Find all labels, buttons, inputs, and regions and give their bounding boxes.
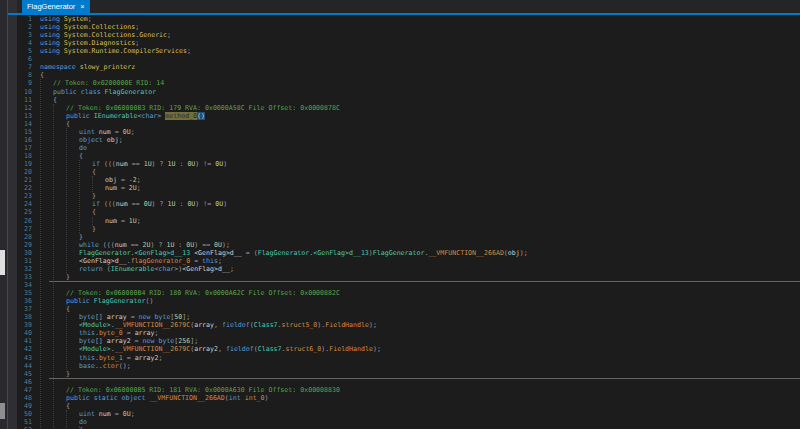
code-line[interactable]: 51do (17, 418, 800, 426)
code-line[interactable]: 26num = 1U; (17, 217, 800, 225)
panel-scrollbar-mark[interactable] (0, 403, 5, 419)
code-line[interactable]: 10public class FlagGenerator (17, 88, 800, 96)
code-line[interactable]: 23} (17, 192, 800, 200)
line-number[interactable]: 21 (17, 176, 32, 184)
line-number[interactable]: 15 (17, 128, 32, 136)
line-number[interactable]: 2 (17, 23, 32, 31)
line-number[interactable]: 10 (17, 88, 32, 96)
code-line[interactable]: 7namespace slowy_printerz (17, 63, 800, 71)
line-number[interactable]: 25 (17, 208, 32, 216)
code-line[interactable]: 48public static object __VMFUNCTION__266… (17, 394, 800, 402)
code-line[interactable]: 30FlagGenerator.<GenFlag>d__13 <GenFlag>… (17, 249, 800, 257)
line-number[interactable]: 49 (17, 402, 32, 410)
line-number[interactable]: 24 (17, 200, 32, 208)
line-number[interactable]: 22 (17, 184, 32, 192)
line-number[interactable]: 36 (17, 297, 32, 305)
code-line[interactable]: 8{ (17, 71, 800, 79)
line-number[interactable]: 38 (17, 313, 32, 321)
line-number[interactable]: 32 (17, 265, 32, 273)
line-number[interactable]: 17 (17, 144, 32, 152)
code-line[interactable]: 12// Token: 0x060000B3 RID: 179 RVA: 0x0… (17, 104, 800, 112)
line-number[interactable]: 16 (17, 136, 32, 144)
code-line[interactable]: 50uint num = 0U; (17, 410, 800, 418)
line-number[interactable]: 29 (17, 241, 32, 249)
code-line[interactable]: 36public FlagGenerator() (17, 297, 800, 305)
code-line[interactable]: 33} (17, 273, 800, 281)
code-line[interactable]: 28} (17, 233, 800, 241)
line-number[interactable]: 27 (17, 225, 32, 233)
code-line[interactable]: 32return (IEnumerable<char>)<GenFlag>d__… (17, 265, 800, 273)
line-number[interactable]: 20 (17, 168, 32, 176)
code-line[interactable]: 39<Module>.__VMFUNCTION__2679C(array, fi… (17, 321, 800, 329)
code-line[interactable]: 45} (17, 370, 800, 378)
code-line[interactable]: 43this.byte_1 = array2; (17, 354, 800, 362)
line-number[interactable]: 39 (17, 321, 32, 329)
line-number[interactable]: 47 (17, 386, 32, 394)
line-number[interactable]: 41 (17, 337, 32, 345)
line-number[interactable]: 18 (17, 152, 32, 160)
line-number[interactable]: 13 (17, 112, 32, 120)
line-number[interactable]: 50 (17, 410, 32, 418)
code-line[interactable]: 35// Token: 0x060000B4 RID: 180 RVA: 0x0… (17, 289, 800, 297)
code-line[interactable]: 22num = 2U; (17, 184, 800, 192)
code-line[interactable]: 47// Token: 0x060000B5 RID: 181 RVA: 0x0… (17, 386, 800, 394)
code-line[interactable]: 9// Token: 0x0200000E RID: 14 (17, 79, 800, 87)
code-line[interactable]: 19if (((num == 1U) ? 1U : 0U) != 0U) (17, 160, 800, 168)
code-line[interactable]: 29while (((num == 2U) ? 1U : 0U) == 0U); (17, 241, 800, 249)
line-number[interactable]: 40 (17, 329, 32, 337)
code-line[interactable]: 49{ (17, 402, 800, 410)
code-line[interactable]: 14{ (17, 120, 800, 128)
code-line[interactable]: 24if (((num == 0U) ? 1U : 0U) != 0U) (17, 200, 800, 208)
line-number[interactable]: 19 (17, 160, 32, 168)
line-number[interactable]: 37 (17, 305, 32, 313)
line-number[interactable]: 51 (17, 418, 32, 426)
line-number[interactable]: 43 (17, 354, 32, 362)
code-line[interactable]: 18{ (17, 152, 800, 160)
highlighted-identifier-method_0[interactable]: method_0 (165, 112, 197, 120)
line-number[interactable]: 28 (17, 233, 32, 241)
line-number[interactable]: 8 (17, 71, 32, 79)
line-number[interactable]: 44 (17, 362, 32, 370)
line-number[interactable]: 6 (17, 55, 32, 63)
code-line[interactable]: 31<GenFlag>d__.flagGenerator_0 = this; (17, 257, 800, 265)
code-line[interactable]: 27} (17, 225, 800, 233)
line-number[interactable]: 46 (17, 378, 32, 386)
line-number[interactable]: 23 (17, 192, 32, 200)
code-line[interactable]: 41byte[] array2 = new byte[256]; (17, 337, 800, 345)
code-editor[interactable]: 1using System;2using System.Collections;… (17, 15, 800, 429)
tab-flaggenerator[interactable]: FlagGenerator × (22, 0, 90, 13)
line-number[interactable]: 12 (17, 104, 32, 112)
code-line[interactable]: 40this.byte_0 = array; (17, 329, 800, 337)
line-number[interactable]: 7 (17, 63, 32, 71)
code-line[interactable]: 15uint num = 0U; (17, 128, 800, 136)
code-line[interactable]: 6 (17, 55, 800, 63)
code-line[interactable]: 46 (17, 378, 800, 386)
code-line[interactable]: 17do (17, 144, 800, 152)
code-line[interactable]: 1using System; (17, 15, 800, 23)
line-number[interactable]: 42 (17, 345, 32, 353)
code-line[interactable]: 2using System.Collections; (17, 23, 800, 31)
line-number[interactable]: 11 (17, 96, 32, 104)
line-number[interactable]: 26 (17, 217, 32, 225)
line-number[interactable]: 33 (17, 273, 32, 281)
close-icon[interactable]: × (80, 3, 84, 10)
line-number[interactable]: 1 (17, 15, 32, 23)
code-line[interactable]: 5using System.Runtime.CompilerServices; (17, 47, 800, 55)
code-line[interactable]: 13public IEnumerable<char> method_0() (17, 112, 800, 120)
code-line[interactable]: 44base..ctor(); (17, 362, 800, 370)
line-number[interactable]: 5 (17, 47, 32, 55)
line-number[interactable]: 35 (17, 289, 32, 297)
code-line[interactable]: 3using System.Collections.Generic; (17, 31, 800, 39)
code-line[interactable]: 25{ (17, 208, 800, 216)
code-line[interactable]: 4using System.Diagnostics; (17, 39, 800, 47)
line-number[interactable]: 31 (17, 257, 32, 265)
line-number[interactable]: 45 (17, 370, 32, 378)
code-line[interactable]: 38byte[] array = new byte[50]; (17, 313, 800, 321)
code-line[interactable]: 16object obj; (17, 136, 800, 144)
code-line[interactable]: 34 (17, 281, 800, 289)
line-number[interactable]: 48 (17, 394, 32, 402)
line-number[interactable]: 4 (17, 39, 32, 47)
code-line[interactable]: 21obj = -2; (17, 176, 800, 184)
line-number[interactable]: 30 (17, 249, 32, 257)
line-number[interactable]: 3 (17, 31, 32, 39)
